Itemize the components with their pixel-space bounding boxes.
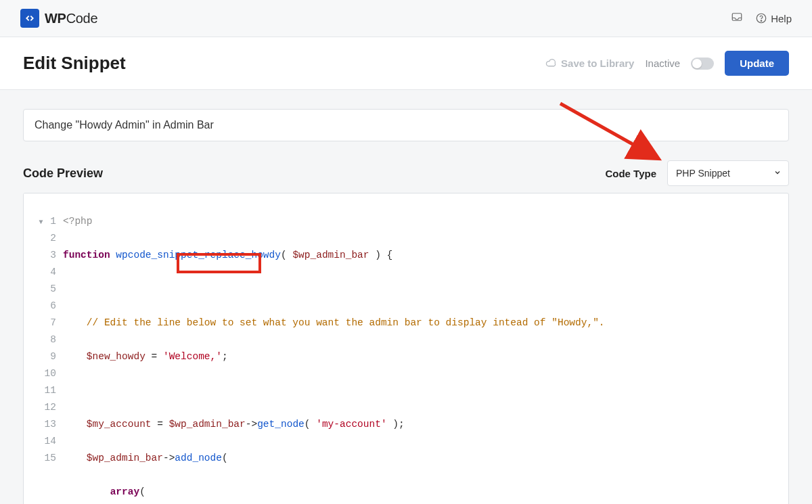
content: Code Preview Code Type PHP Snippet ▼ 1 2… (0, 90, 812, 504)
update-button[interactable]: Update (725, 51, 789, 76)
code-type-label: Code Type (605, 168, 656, 179)
brand-logo-icon (20, 9, 39, 28)
code-preview-label: Code Preview (23, 166, 103, 181)
brand-name: WPCode (45, 11, 97, 26)
code-type-value: PHP Snippet (676, 168, 730, 179)
svg-point-2 (761, 20, 762, 22)
help-link[interactable]: Help (755, 12, 792, 24)
action-row: Edit Snippet Save to Library Inactive Up… (0, 37, 812, 90)
save-to-library-label: Save to Library (561, 58, 634, 69)
brand: WPCode (20, 9, 97, 28)
toggle-knob (692, 59, 702, 68)
status-label: Inactive (645, 58, 680, 69)
save-to-library-button[interactable]: Save to Library (545, 58, 634, 69)
chevron-down-icon (773, 168, 782, 179)
code-editor[interactable]: ▼ 1 2 3 4 5 6 7 8 9 10 11 12 13 14 15 <?… (23, 193, 789, 504)
gutter: ▼ 1 2 3 4 5 6 7 8 9 10 11 12 13 14 15 (24, 193, 63, 469)
inbox-icon[interactable] (731, 11, 743, 26)
help-label: Help (771, 13, 792, 24)
code-body[interactable]: <?php function wpcode_snippet_replace_ho… (63, 193, 788, 504)
active-toggle[interactable] (691, 58, 714, 70)
page-title: Edit Snippet (23, 53, 126, 74)
code-type-select[interactable]: PHP Snippet (667, 160, 789, 186)
top-bar: WPCode Help (0, 0, 812, 37)
snippet-title-input[interactable] (23, 109, 789, 141)
